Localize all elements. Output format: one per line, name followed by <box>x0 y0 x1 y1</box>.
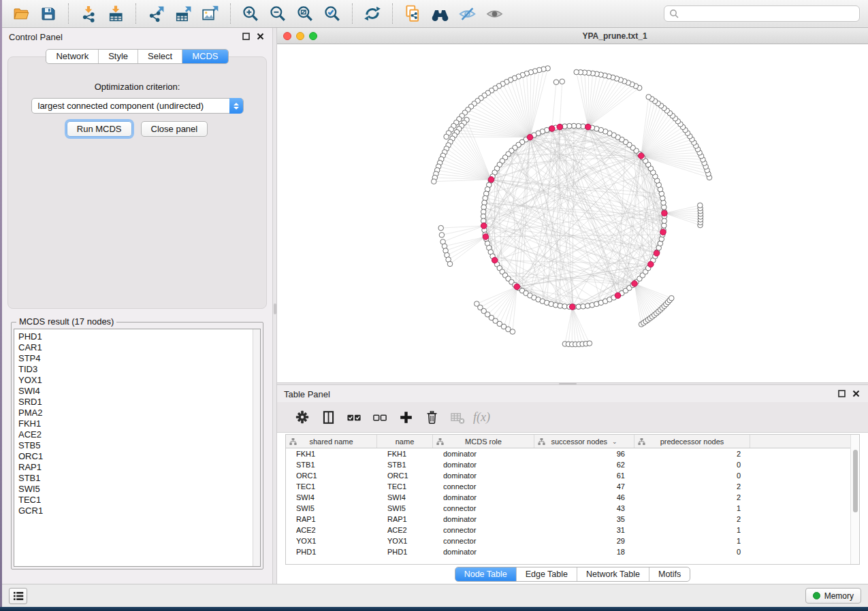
splitter-handle[interactable] <box>559 383 577 384</box>
float-panel-icon[interactable] <box>242 33 250 40</box>
import-network-icon[interactable] <box>75 2 102 25</box>
mcds-result-list[interactable]: PHD1CAR1STP4TID3YOX1SWI4SRD1PMA2FKH1ACE2… <box>14 329 261 567</box>
network-canvas[interactable] <box>277 44 868 384</box>
search-input[interactable] <box>679 7 859 20</box>
tab-style[interactable]: Style <box>98 50 138 63</box>
mcds-node-item[interactable]: STB1 <box>14 473 260 484</box>
table-scrollbar[interactable] <box>850 435 859 564</box>
control-panel-title: Control Panel <box>9 32 63 42</box>
optimization-criterion-label: Optimization criterion: <box>8 82 266 92</box>
cell: 0 <box>634 472 750 480</box>
mcds-node-item[interactable]: STP4 <box>14 353 260 364</box>
clone-network-icon[interactable] <box>399 2 426 25</box>
namespace-icon <box>638 438 645 445</box>
table-row[interactable]: FKH1FKH1dominator962 <box>286 448 859 459</box>
add-column-icon[interactable] <box>393 406 419 429</box>
mcds-node-item[interactable]: CAR1 <box>14 342 260 353</box>
delete-column-icon[interactable] <box>419 406 445 429</box>
zoom-fit-icon[interactable] <box>291 2 319 25</box>
mcds-node-item[interactable]: TID3 <box>14 364 260 375</box>
mcds-node-item[interactable]: ORC1 <box>14 451 260 462</box>
toolbar-separator <box>230 3 231 24</box>
mcds-node-item[interactable]: TEC1 <box>14 495 260 506</box>
scrollbar-thumb[interactable] <box>853 450 858 512</box>
table-row[interactable]: YOX1YOX1connector291 <box>286 535 859 546</box>
minimize-window-button[interactable] <box>296 32 304 40</box>
toolbar-separator <box>135 3 136 24</box>
tab-node-table[interactable]: Node Table <box>455 567 516 581</box>
apply-layout-icon[interactable] <box>359 2 386 25</box>
criterion-select[interactable]: largest connected component (undirected) <box>31 98 244 114</box>
table-row[interactable]: STB1STB1dominator620 <box>286 459 859 470</box>
column-header-predecessor-nodes[interactable]: predecessor nodes <box>634 435 750 448</box>
tab-network-table[interactable]: Network Table <box>577 567 649 581</box>
table-row[interactable]: ORC1ORC1dominator610 <box>286 470 859 481</box>
quick-search[interactable] <box>664 5 860 22</box>
run-mcds-button[interactable]: Run MCDS <box>67 121 132 137</box>
deselect-all-icon[interactable] <box>367 406 393 429</box>
status-bar: Memory <box>2 584 868 607</box>
cell: 47 <box>534 482 634 491</box>
mcds-node-item[interactable]: FKH1 <box>14 418 260 429</box>
show-all-icon[interactable] <box>481 2 508 25</box>
select-all-icon[interactable] <box>341 406 367 429</box>
table-row[interactable]: SWI4SWI4dominator462 <box>286 492 859 503</box>
splitter-handle[interactable] <box>274 303 276 314</box>
mcds-node-item[interactable]: ACE2 <box>14 429 260 440</box>
column-header-mcds-role[interactable]: MCDS role <box>433 435 534 448</box>
column-header-shared-name[interactable]: shared name <box>286 435 377 448</box>
zoom-in-icon[interactable] <box>237 2 264 25</box>
mcds-node-item[interactable]: PHD1 <box>14 331 260 342</box>
column-header-successor-nodes[interactable]: successor nodes⌄ <box>534 435 634 448</box>
desktop-edge-bottom <box>0 607 868 611</box>
zoom-window-button[interactable] <box>309 32 317 40</box>
mcds-node-item[interactable]: SRD1 <box>14 397 260 408</box>
table-row[interactable]: PHD1PHD1dominator180 <box>286 546 859 557</box>
cell: 96 <box>534 450 634 458</box>
mcds-node-item[interactable]: PMA2 <box>14 408 260 418</box>
tab-motifs[interactable]: Motifs <box>649 567 690 581</box>
table-row[interactable]: SWI5SWI5connector431 <box>286 503 859 514</box>
close-window-button[interactable] <box>283 32 291 40</box>
close-panel-icon[interactable] <box>257 33 264 40</box>
mcds-node-item[interactable]: STB5 <box>14 440 260 451</box>
mcds-node-item[interactable]: YOX1 <box>14 375 260 386</box>
tab-edge-table[interactable]: Edge Table <box>516 567 577 581</box>
mcds-list-scrollbar[interactable] <box>253 329 260 566</box>
tab-select[interactable]: Select <box>138 50 182 63</box>
vertical-splitter[interactable] <box>272 28 277 584</box>
cell: TEC1 <box>286 482 377 491</box>
table-options-icon[interactable] <box>289 406 315 429</box>
close-panel-button[interactable]: Close panel <box>141 121 208 137</box>
table-row[interactable]: RAP1RAP1dominator352 <box>286 514 859 525</box>
export-table-icon[interactable] <box>170 2 197 25</box>
save-session-icon[interactable] <box>35 2 62 25</box>
hide-selected-icon[interactable] <box>453 2 481 25</box>
open-session-icon[interactable] <box>7 2 35 25</box>
export-image-icon[interactable] <box>197 2 224 25</box>
mcds-node-item[interactable]: RAP1 <box>14 462 260 473</box>
table-row[interactable]: ACE2ACE2connector311 <box>286 525 859 535</box>
memory-button[interactable]: Memory <box>805 588 861 604</box>
first-neighbors-icon[interactable] <box>426 2 453 25</box>
node-table[interactable]: shared namenameMCDS rolesuccessor nodes⌄… <box>285 434 860 565</box>
cell: RAP1 <box>286 515 377 523</box>
task-history-button[interactable] <box>9 588 27 604</box>
export-network-icon[interactable] <box>142 2 170 25</box>
column-header-name[interactable]: name <box>377 435 433 448</box>
close-panel-icon[interactable] <box>852 390 860 397</box>
tab-network[interactable]: Network <box>46 50 98 63</box>
namespace-icon <box>538 438 545 445</box>
cell: 2 <box>634 515 750 523</box>
cell: ACE2 <box>377 526 433 534</box>
mcds-node-item[interactable]: GCR1 <box>14 506 260 516</box>
import-table-icon[interactable] <box>102 2 129 25</box>
float-panel-icon[interactable] <box>838 390 846 397</box>
table-row[interactable]: TEC1TEC1connector472 <box>286 481 859 492</box>
zoom-selected-icon[interactable] <box>319 2 346 25</box>
tab-mcds[interactable]: MCDS <box>182 50 227 63</box>
zoom-out-icon[interactable] <box>264 2 291 25</box>
mcds-node-item[interactable]: SWI4 <box>14 386 260 397</box>
mcds-node-item[interactable]: SWI5 <box>14 484 260 495</box>
show-columns-icon[interactable] <box>315 406 341 429</box>
